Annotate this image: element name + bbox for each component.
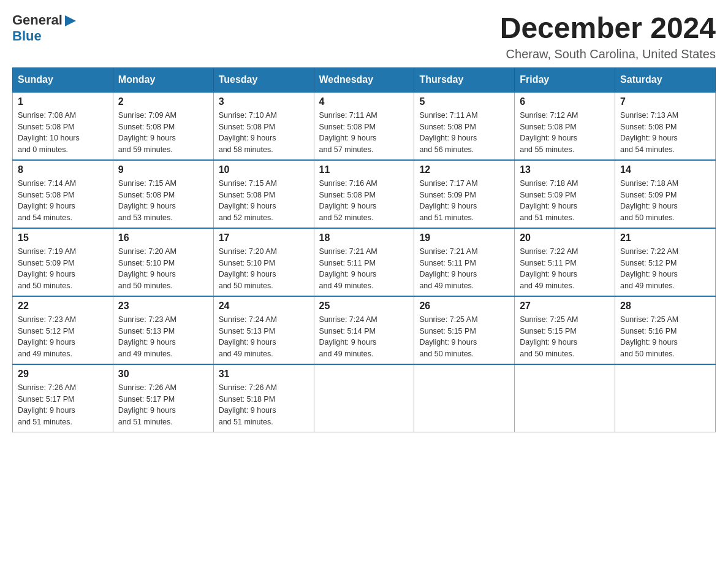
day-info: Sunrise: 7:08 AMSunset: 5:08 PMDaylight:… (18, 110, 108, 156)
table-row: 30 Sunrise: 7:26 AMSunset: 5:17 PMDaylig… (113, 364, 213, 432)
day-number: 27 (520, 301, 610, 312)
table-row (314, 364, 414, 432)
day-info: Sunrise: 7:21 AMSunset: 5:11 PMDaylight:… (319, 246, 409, 292)
day-info: Sunrise: 7:19 AMSunset: 5:09 PMDaylight:… (18, 246, 108, 292)
day-number: 22 (18, 301, 108, 312)
day-info: Sunrise: 7:25 AMSunset: 5:15 PMDaylight:… (419, 314, 509, 360)
day-number: 17 (219, 232, 309, 243)
day-info: Sunrise: 7:22 AMSunset: 5:12 PMDaylight:… (620, 246, 710, 292)
day-number: 3 (219, 96, 309, 107)
logo-general-text: General (12, 12, 63, 28)
logo-arrow-icon (64, 14, 77, 28)
day-number: 13 (520, 164, 610, 175)
day-number: 14 (620, 164, 710, 175)
svg-marker-0 (65, 15, 76, 26)
table-row: 17 Sunrise: 7:20 AMSunset: 5:10 PMDaylig… (213, 228, 314, 296)
day-info: Sunrise: 7:23 AMSunset: 5:13 PMDaylight:… (118, 314, 208, 360)
day-info: Sunrise: 7:26 AMSunset: 5:18 PMDaylight:… (219, 382, 309, 428)
day-number: 16 (118, 232, 208, 243)
page-header: General Blue December 2024 Cheraw, South… (12, 12, 716, 61)
table-row: 7 Sunrise: 7:13 AMSunset: 5:08 PMDayligh… (615, 92, 716, 160)
day-number: 25 (319, 301, 409, 312)
col-wednesday: Wednesday (314, 67, 414, 92)
day-number: 18 (319, 232, 409, 243)
day-info: Sunrise: 7:14 AMSunset: 5:08 PMDaylight:… (18, 178, 108, 224)
day-number: 2 (118, 96, 208, 107)
day-number: 24 (219, 301, 309, 312)
day-number: 4 (319, 96, 409, 107)
day-info: Sunrise: 7:25 AMSunset: 5:15 PMDaylight:… (520, 314, 610, 360)
calendar-table: Sunday Monday Tuesday Wednesday Thursday… (12, 67, 716, 432)
table-row: 22 Sunrise: 7:23 AMSunset: 5:12 PMDaylig… (13, 296, 113, 364)
day-info: Sunrise: 7:13 AMSunset: 5:08 PMDaylight:… (620, 110, 710, 156)
day-number: 29 (18, 369, 108, 380)
day-number: 30 (118, 369, 208, 380)
day-info: Sunrise: 7:18 AMSunset: 5:09 PMDaylight:… (620, 178, 710, 224)
location-title: Cheraw, South Carolina, United States (500, 47, 716, 61)
day-info: Sunrise: 7:23 AMSunset: 5:12 PMDaylight:… (18, 314, 108, 360)
table-row: 21 Sunrise: 7:22 AMSunset: 5:12 PMDaylig… (615, 228, 716, 296)
day-number: 19 (419, 232, 509, 243)
calendar-header-row: Sunday Monday Tuesday Wednesday Thursday… (13, 67, 716, 92)
title-block: December 2024 Cheraw, South Carolina, Un… (500, 12, 716, 61)
col-monday: Monday (113, 67, 213, 92)
day-number: 15 (18, 232, 108, 243)
day-number: 12 (419, 164, 509, 175)
table-row: 15 Sunrise: 7:19 AMSunset: 5:09 PMDaylig… (13, 228, 113, 296)
day-number: 5 (419, 96, 509, 107)
table-row: 20 Sunrise: 7:22 AMSunset: 5:11 PMDaylig… (515, 228, 615, 296)
table-row: 13 Sunrise: 7:18 AMSunset: 5:09 PMDaylig… (515, 160, 615, 228)
day-number: 26 (419, 301, 509, 312)
day-info: Sunrise: 7:20 AMSunset: 5:10 PMDaylight:… (118, 246, 208, 292)
calendar-week-row: 29 Sunrise: 7:26 AMSunset: 5:17 PMDaylig… (13, 364, 716, 432)
table-row: 2 Sunrise: 7:09 AMSunset: 5:08 PMDayligh… (113, 92, 213, 160)
table-row: 23 Sunrise: 7:23 AMSunset: 5:13 PMDaylig… (113, 296, 213, 364)
day-number: 11 (319, 164, 409, 175)
day-info: Sunrise: 7:24 AMSunset: 5:14 PMDaylight:… (319, 314, 409, 360)
table-row: 14 Sunrise: 7:18 AMSunset: 5:09 PMDaylig… (615, 160, 716, 228)
table-row: 3 Sunrise: 7:10 AMSunset: 5:08 PMDayligh… (213, 92, 314, 160)
day-info: Sunrise: 7:24 AMSunset: 5:13 PMDaylight:… (219, 314, 309, 360)
day-number: 9 (118, 164, 208, 175)
col-saturday: Saturday (615, 67, 716, 92)
day-info: Sunrise: 7:18 AMSunset: 5:09 PMDaylight:… (520, 178, 610, 224)
day-number: 8 (18, 164, 108, 175)
month-title: December 2024 (500, 12, 716, 45)
day-info: Sunrise: 7:26 AMSunset: 5:17 PMDaylight:… (118, 382, 208, 428)
logo: General Blue (12, 12, 77, 44)
table-row: 28 Sunrise: 7:25 AMSunset: 5:16 PMDaylig… (615, 296, 716, 364)
day-number: 21 (620, 232, 710, 243)
col-thursday: Thursday (414, 67, 515, 92)
day-number: 1 (18, 96, 108, 107)
col-sunday: Sunday (13, 67, 113, 92)
table-row: 9 Sunrise: 7:15 AMSunset: 5:08 PMDayligh… (113, 160, 213, 228)
table-row: 5 Sunrise: 7:11 AMSunset: 5:08 PMDayligh… (414, 92, 515, 160)
table-row: 26 Sunrise: 7:25 AMSunset: 5:15 PMDaylig… (414, 296, 515, 364)
day-number: 23 (118, 301, 208, 312)
day-info: Sunrise: 7:11 AMSunset: 5:08 PMDaylight:… (319, 110, 409, 156)
day-info: Sunrise: 7:10 AMSunset: 5:08 PMDaylight:… (219, 110, 309, 156)
table-row: 24 Sunrise: 7:24 AMSunset: 5:13 PMDaylig… (213, 296, 314, 364)
day-info: Sunrise: 7:17 AMSunset: 5:09 PMDaylight:… (419, 178, 509, 224)
table-row: 29 Sunrise: 7:26 AMSunset: 5:17 PMDaylig… (13, 364, 113, 432)
calendar-week-row: 15 Sunrise: 7:19 AMSunset: 5:09 PMDaylig… (13, 228, 716, 296)
table-row: 18 Sunrise: 7:21 AMSunset: 5:11 PMDaylig… (314, 228, 414, 296)
table-row: 16 Sunrise: 7:20 AMSunset: 5:10 PMDaylig… (113, 228, 213, 296)
table-row: 4 Sunrise: 7:11 AMSunset: 5:08 PMDayligh… (314, 92, 414, 160)
table-row (615, 364, 716, 432)
day-info: Sunrise: 7:12 AMSunset: 5:08 PMDaylight:… (520, 110, 610, 156)
calendar-week-row: 1 Sunrise: 7:08 AMSunset: 5:08 PMDayligh… (13, 92, 716, 160)
table-row: 1 Sunrise: 7:08 AMSunset: 5:08 PMDayligh… (13, 92, 113, 160)
day-number: 7 (620, 96, 710, 107)
day-number: 20 (520, 232, 610, 243)
day-number: 6 (520, 96, 610, 107)
col-friday: Friday (515, 67, 615, 92)
table-row: 11 Sunrise: 7:16 AMSunset: 5:08 PMDaylig… (314, 160, 414, 228)
day-number: 31 (219, 369, 309, 380)
day-info: Sunrise: 7:09 AMSunset: 5:08 PMDaylight:… (118, 110, 208, 156)
day-info: Sunrise: 7:16 AMSunset: 5:08 PMDaylight:… (319, 178, 409, 224)
table-row: 25 Sunrise: 7:24 AMSunset: 5:14 PMDaylig… (314, 296, 414, 364)
logo-blue-text: Blue (12, 28, 42, 44)
table-row: 10 Sunrise: 7:15 AMSunset: 5:08 PMDaylig… (213, 160, 314, 228)
day-info: Sunrise: 7:22 AMSunset: 5:11 PMDaylight:… (520, 246, 610, 292)
